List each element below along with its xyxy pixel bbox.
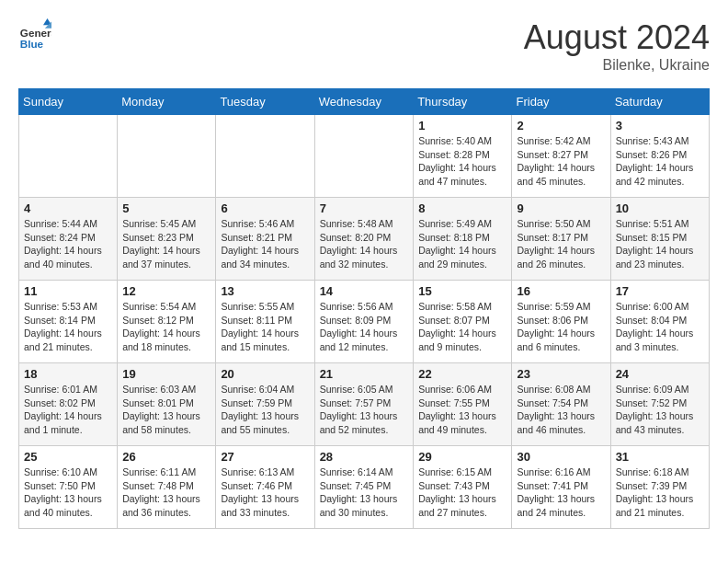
day-info: Sunrise: 6:03 AM Sunset: 8:01 PM Dayligh…	[122, 383, 210, 437]
day-number: 30	[517, 450, 605, 464]
day-cell: 28Sunrise: 6:14 AM Sunset: 7:45 PM Dayli…	[314, 446, 414, 529]
day-number: 27	[221, 450, 309, 464]
day-info: Sunrise: 5:44 AM Sunset: 8:24 PM Dayligh…	[24, 217, 112, 271]
day-info: Sunrise: 6:04 AM Sunset: 7:59 PM Dayligh…	[221, 383, 309, 437]
day-number: 12	[122, 284, 210, 298]
day-number: 28	[320, 450, 409, 464]
day-number: 15	[418, 284, 506, 298]
day-number: 9	[517, 201, 605, 215]
day-cell	[19, 115, 118, 198]
day-cell: 7Sunrise: 5:48 AM Sunset: 8:20 PM Daylig…	[314, 198, 414, 281]
day-cell	[118, 115, 216, 198]
day-number: 21	[320, 367, 409, 381]
location-subtitle: Bilenke, Ukraine	[524, 57, 710, 74]
weekday-header-friday: Friday	[512, 89, 610, 115]
day-info: Sunrise: 6:00 AM Sunset: 8:04 PM Dayligh…	[616, 300, 704, 354]
day-info: Sunrise: 6:11 AM Sunset: 7:48 PM Dayligh…	[122, 465, 210, 520]
day-cell: 12Sunrise: 5:54 AM Sunset: 8:12 PM Dayli…	[118, 281, 216, 363]
day-cell: 22Sunrise: 6:06 AM Sunset: 7:55 PM Dayli…	[414, 363, 512, 446]
day-cell: 26Sunrise: 6:11 AM Sunset: 7:48 PM Dayli…	[118, 446, 216, 529]
day-info: Sunrise: 6:13 AM Sunset: 7:46 PM Dayligh…	[221, 465, 309, 520]
day-info: Sunrise: 5:59 AM Sunset: 8:06 PM Dayligh…	[517, 300, 605, 354]
day-cell: 3Sunrise: 5:43 AM Sunset: 8:26 PM Daylig…	[610, 115, 709, 198]
day-cell: 8Sunrise: 5:49 AM Sunset: 8:18 PM Daylig…	[414, 198, 512, 281]
day-cell: 1Sunrise: 5:40 AM Sunset: 8:28 PM Daylig…	[414, 115, 512, 198]
day-number: 4	[24, 201, 112, 215]
day-cell: 17Sunrise: 6:00 AM Sunset: 8:04 PM Dayli…	[610, 281, 709, 363]
day-number: 7	[320, 201, 409, 215]
day-number: 5	[122, 201, 210, 215]
day-number: 25	[24, 450, 112, 464]
day-number: 24	[616, 367, 704, 381]
day-cell: 18Sunrise: 6:01 AM Sunset: 8:02 PM Dayli…	[19, 363, 118, 446]
day-number: 17	[616, 284, 704, 298]
day-info: Sunrise: 5:49 AM Sunset: 8:18 PM Dayligh…	[418, 217, 506, 271]
week-row-5: 25Sunrise: 6:10 AM Sunset: 7:50 PM Dayli…	[19, 446, 710, 529]
day-number: 6	[221, 201, 309, 215]
day-number: 23	[517, 367, 605, 381]
day-number: 1	[418, 119, 506, 132]
day-number: 16	[517, 284, 605, 298]
day-info: Sunrise: 6:06 AM Sunset: 7:55 PM Dayligh…	[418, 383, 506, 437]
day-cell	[216, 115, 314, 198]
day-cell: 19Sunrise: 6:03 AM Sunset: 8:01 PM Dayli…	[118, 363, 216, 446]
day-info: Sunrise: 6:09 AM Sunset: 7:52 PM Dayligh…	[616, 383, 704, 437]
weekday-header-thursday: Thursday	[414, 89, 512, 115]
day-info: Sunrise: 5:55 AM Sunset: 8:11 PM Dayligh…	[221, 300, 309, 354]
day-number: 26	[122, 450, 210, 464]
day-cell: 29Sunrise: 6:15 AM Sunset: 7:43 PM Dayli…	[414, 446, 512, 529]
day-info: Sunrise: 5:43 AM Sunset: 8:26 PM Dayligh…	[616, 134, 704, 189]
week-row-3: 11Sunrise: 5:53 AM Sunset: 8:14 PM Dayli…	[19, 281, 710, 363]
day-cell: 6Sunrise: 5:46 AM Sunset: 8:21 PM Daylig…	[216, 198, 314, 281]
day-number: 22	[418, 367, 506, 381]
day-number: 19	[122, 367, 210, 381]
day-info: Sunrise: 5:40 AM Sunset: 8:28 PM Dayligh…	[418, 134, 506, 189]
day-number: 11	[24, 284, 112, 298]
day-info: Sunrise: 6:14 AM Sunset: 7:45 PM Dayligh…	[320, 465, 409, 520]
day-number: 18	[24, 367, 112, 381]
day-number: 8	[418, 201, 506, 215]
day-number: 3	[616, 119, 704, 132]
day-cell: 15Sunrise: 5:58 AM Sunset: 8:07 PM Dayli…	[414, 281, 512, 363]
day-cell: 24Sunrise: 6:09 AM Sunset: 7:52 PM Dayli…	[610, 363, 709, 446]
day-cell: 13Sunrise: 5:55 AM Sunset: 8:11 PM Dayli…	[216, 281, 314, 363]
day-cell: 16Sunrise: 5:59 AM Sunset: 8:06 PM Dayli…	[512, 281, 610, 363]
day-cell: 4Sunrise: 5:44 AM Sunset: 8:24 PM Daylig…	[19, 198, 118, 281]
day-cell: 9Sunrise: 5:50 AM Sunset: 8:17 PM Daylig…	[512, 198, 610, 281]
logo: General Blue	[18, 18, 51, 52]
day-number: 20	[221, 367, 309, 381]
month-year-title: August 2024	[524, 18, 710, 57]
day-info: Sunrise: 6:16 AM Sunset: 7:41 PM Dayligh…	[517, 465, 605, 520]
day-number: 31	[616, 450, 704, 464]
day-cell: 23Sunrise: 6:08 AM Sunset: 7:54 PM Dayli…	[512, 363, 610, 446]
title-section: August 2024 Bilenke, Ukraine	[524, 18, 710, 74]
day-info: Sunrise: 5:53 AM Sunset: 8:14 PM Dayligh…	[24, 300, 112, 354]
day-cell	[314, 115, 414, 198]
week-row-1: 1Sunrise: 5:40 AM Sunset: 8:28 PM Daylig…	[19, 115, 710, 198]
day-cell: 14Sunrise: 5:56 AM Sunset: 8:09 PM Dayli…	[314, 281, 414, 363]
weekday-header-wednesday: Wednesday	[314, 89, 414, 115]
day-info: Sunrise: 6:10 AM Sunset: 7:50 PM Dayligh…	[24, 465, 112, 520]
day-info: Sunrise: 5:45 AM Sunset: 8:23 PM Dayligh…	[122, 217, 210, 271]
day-cell: 21Sunrise: 6:05 AM Sunset: 7:57 PM Dayli…	[314, 363, 414, 446]
day-info: Sunrise: 6:08 AM Sunset: 7:54 PM Dayligh…	[517, 383, 605, 437]
day-cell: 10Sunrise: 5:51 AM Sunset: 8:15 PM Dayli…	[610, 198, 709, 281]
day-number: 2	[517, 119, 605, 132]
day-info: Sunrise: 5:46 AM Sunset: 8:21 PM Dayligh…	[221, 217, 309, 271]
svg-text:Blue: Blue	[20, 38, 44, 50]
weekday-header-row: SundayMondayTuesdayWednesdayThursdayFrid…	[19, 89, 710, 115]
day-info: Sunrise: 6:01 AM Sunset: 8:02 PM Dayligh…	[24, 383, 112, 437]
day-cell: 27Sunrise: 6:13 AM Sunset: 7:46 PM Dayli…	[216, 446, 314, 529]
day-cell: 11Sunrise: 5:53 AM Sunset: 8:14 PM Dayli…	[19, 281, 118, 363]
logo-icon: General Blue	[18, 18, 51, 52]
day-info: Sunrise: 6:18 AM Sunset: 7:39 PM Dayligh…	[616, 465, 704, 520]
page-header: General Blue August 2024 Bilenke, Ukrain…	[18, 18, 710, 74]
weekday-header-monday: Monday	[118, 89, 216, 115]
day-cell: 2Sunrise: 5:42 AM Sunset: 8:27 PM Daylig…	[512, 115, 610, 198]
day-info: Sunrise: 5:58 AM Sunset: 8:07 PM Dayligh…	[418, 300, 506, 354]
day-cell: 5Sunrise: 5:45 AM Sunset: 8:23 PM Daylig…	[118, 198, 216, 281]
day-cell: 25Sunrise: 6:10 AM Sunset: 7:50 PM Dayli…	[19, 446, 118, 529]
weekday-header-sunday: Sunday	[19, 89, 118, 115]
day-number: 29	[418, 450, 506, 464]
day-info: Sunrise: 5:56 AM Sunset: 8:09 PM Dayligh…	[320, 300, 409, 354]
